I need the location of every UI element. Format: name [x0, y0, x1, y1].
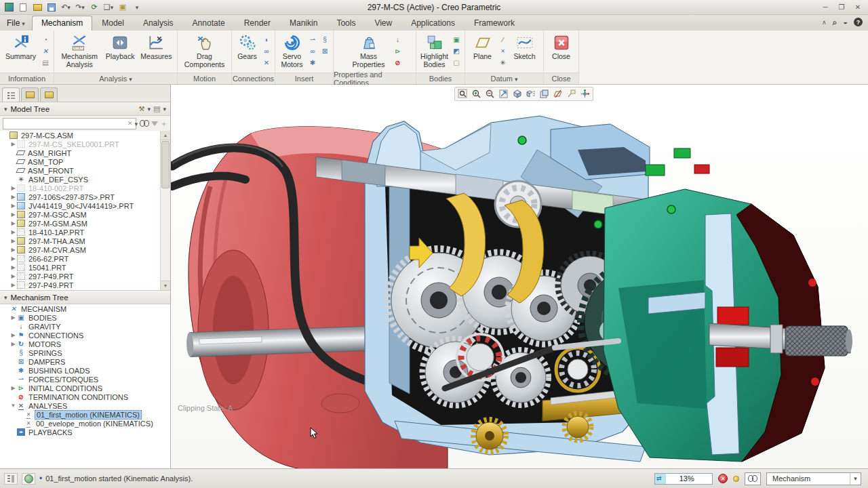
stop-analysis-button[interactable] — [718, 474, 728, 483]
zoom-region-button[interactable] — [456, 88, 469, 100]
datum-point-button[interactable] — [498, 46, 509, 56]
tree-item[interactable]: BUSHING LOADS — [0, 366, 170, 375]
tree-item[interactable]: ASM_RIGHT — [0, 148, 160, 157]
expand-arrow-icon[interactable]: ▶ — [9, 247, 17, 253]
tree-item[interactable]: SPRINGS — [0, 348, 170, 357]
folder-browser-tab[interactable] — [21, 87, 39, 102]
termination-conditions-button[interactable] — [393, 58, 403, 68]
tree-item[interactable]: ▶266-62.PRT — [0, 254, 160, 263]
group-label-analysis[interactable]: Analysis — [54, 73, 177, 84]
tree-item[interactable]: DAMPERS — [0, 357, 170, 366]
tree-item[interactable]: ▶CONNECTIONS — [0, 331, 170, 340]
restore-button[interactable] — [837, 3, 846, 11]
tree-item[interactable]: GRAVITY — [0, 322, 170, 331]
model-tree-tab[interactable] — [2, 87, 20, 102]
tree-item[interactable]: ▶297-M-THA.ASM — [0, 237, 160, 245]
model-tree-scrollbar[interactable]: ▲ ▼ — [160, 131, 170, 290]
group-label-information[interactable]: Information — [0, 73, 54, 84]
slot-connection-button[interactable] — [261, 58, 272, 68]
gearbox-3d-model[interactable] — [171, 85, 868, 468]
tree-settings-icon[interactable] — [139, 105, 145, 113]
tab-mechanism[interactable]: Mechanism — [32, 16, 92, 30]
find-icon[interactable] — [140, 120, 149, 127]
tree-item[interactable]: ▶297-M-CS_SKEL0001.PRT — [0, 140, 160, 148]
sketch-button[interactable]: Sketch — [510, 33, 540, 62]
expand-arrow-icon[interactable]: ▶ — [9, 238, 17, 244]
mechanism-analysis-button[interactable]: Mechanism Analysis — [57, 33, 102, 70]
tree-item[interactable]: ▶297-M-GSC.ASM — [0, 210, 160, 219]
model-tree-search-input[interactable] — [3, 118, 136, 129]
scrollbar-thumb[interactable] — [161, 141, 170, 188]
tree-item[interactable]: ASM_TOP — [0, 157, 160, 166]
minimize-button[interactable] — [821, 3, 830, 11]
measures-button[interactable]: Measures — [138, 33, 174, 62]
collapse-panel-icon[interactable] — [4, 294, 7, 301]
highlight-bodies-button[interactable]: Highlight Bodies — [419, 33, 450, 70]
expand-arrow-icon[interactable]: ▶ — [9, 264, 17, 270]
tab-render[interactable]: Render — [235, 16, 280, 30]
filter-icon[interactable] — [151, 121, 158, 126]
expand-arrow-icon[interactable]: ▶ — [9, 332, 17, 338]
tree-item[interactable]: ▶18-410-1AP.PRT — [0, 228, 160, 237]
datum-display-button[interactable] — [551, 88, 564, 100]
close-button[interactable] — [853, 3, 863, 11]
tree-item[interactable]: ASM_DEF_CSYS — [0, 175, 160, 184]
tab-view[interactable]: View — [365, 16, 401, 30]
datum-csys-button[interactable] — [498, 58, 509, 68]
tree-item[interactable]: 00_evelope_motion (KINEMATICS) — [0, 419, 170, 428]
new-body-button[interactable] — [451, 35, 462, 45]
group-label-close[interactable]: Close — [544, 73, 578, 84]
collapse-panel-icon[interactable] — [4, 106, 7, 113]
spring-button[interactable] — [319, 35, 330, 45]
expand-arrow-icon[interactable]: ▶ — [9, 314, 17, 321]
tree-item[interactable]: TERMINATION CONDITIONS — [0, 392, 170, 401]
tab-applications[interactable]: Applications — [401, 16, 465, 30]
summary-table-button[interactable] — [40, 58, 51, 68]
expand-arrow-icon[interactable]: ▶ — [9, 385, 17, 391]
body-definition-button[interactable] — [451, 58, 462, 68]
collapse-arrow-icon[interactable]: ▼ — [9, 403, 17, 409]
tab-manikin[interactable]: Manikin — [280, 16, 327, 30]
expand-arrow-icon[interactable]: ▶ — [9, 341, 17, 347]
scroll-up-icon[interactable]: ▲ — [161, 131, 170, 140]
tab-annotate[interactable]: Annotate — [183, 16, 235, 30]
tree-item[interactable]: ▶297-M-CVR.ASM — [0, 245, 160, 254]
tree-item[interactable]: 01_first_motion (KINEMATICS) — [0, 410, 170, 419]
help-icon[interactable] — [854, 18, 863, 26]
close-mechanism-button[interactable]: Close — [547, 33, 576, 62]
filter-mode-dropdown[interactable]: Mechanism — [766, 472, 861, 485]
expand-arrow-icon[interactable]: ▶ — [9, 203, 17, 209]
connectivity-icon[interactable] — [843, 18, 848, 26]
group-label-properties[interactable]: Properties and Conditions — [334, 73, 416, 84]
gears-button[interactable]: Gears — [235, 33, 260, 62]
expand-arrow-icon[interactable]: ▶ — [9, 220, 17, 226]
group-label-insert[interactable]: Insert — [275, 73, 333, 84]
initial-conditions-button[interactable] — [393, 46, 403, 56]
scroll-down-icon[interactable]: ▼ — [161, 281, 170, 290]
tree-columns-icon[interactable] — [153, 105, 160, 113]
clear-search-icon[interactable] — [127, 120, 133, 127]
tree-item[interactable]: ▶297-M-GSM.ASM — [0, 219, 160, 228]
tree-item[interactable]: ▶JV441419_90<JV441419>.PRT — [0, 201, 160, 210]
tree-item[interactable]: ▶BODIES — [0, 313, 170, 322]
expand-arrow-icon[interactable]: ▶ — [9, 194, 17, 200]
zoom-out-button[interactable] — [484, 88, 496, 100]
expand-arrow-icon[interactable]: ▶ — [9, 211, 17, 218]
mechanism-info-button[interactable] — [40, 46, 51, 56]
tab-model[interactable]: Model — [92, 16, 134, 30]
playback-button[interactable]: Playback — [103, 33, 136, 62]
tree-item[interactable]: ▶15041.PRT — [0, 263, 160, 272]
expand-arrow-icon[interactable]: ▶ — [9, 282, 17, 288]
tab-analysis[interactable]: Analysis — [134, 16, 183, 30]
tree-item[interactable]: ▶297-P49.PRT — [0, 272, 160, 281]
belt-connection-button[interactable] — [261, 46, 272, 56]
tree-item[interactable]: ▶18-410-002.PRT — [0, 184, 160, 192]
assign-body-button[interactable] — [451, 46, 462, 56]
tree-item[interactable]: MECHANISM — [0, 304, 170, 313]
refit-button[interactable] — [497, 88, 510, 100]
gravity-button[interactable] — [393, 35, 403, 45]
file-menu-button[interactable]: File — [0, 16, 32, 30]
summary-button[interactable]: Summary — [3, 33, 39, 62]
tree-item[interactable]: ▶MOTORS — [0, 340, 170, 348]
chevron-down-icon[interactable] — [148, 105, 151, 113]
